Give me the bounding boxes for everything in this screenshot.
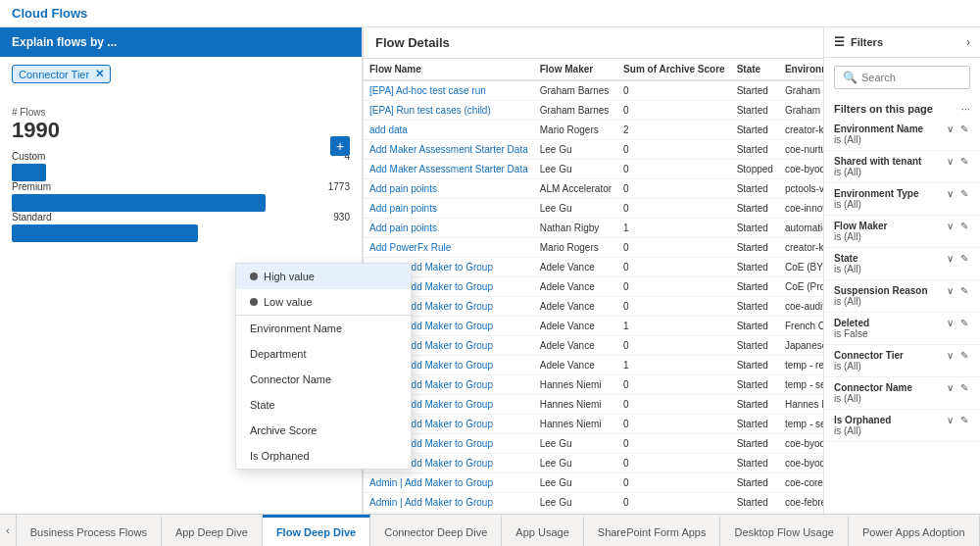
- table-row[interactable]: Add pain points ALM Accelerator 0 Starte…: [364, 179, 823, 199]
- dropdown-item-archive-score[interactable]: Archive Score: [236, 418, 411, 443]
- tabs-list: Business Process FlowsApp Deep DiveFlow …: [17, 515, 980, 546]
- tab-power-apps-adoption[interactable]: Power Apps Adoption: [849, 515, 980, 546]
- filter-edit-btn[interactable]: ✎: [958, 285, 970, 296]
- table-row[interactable]: Admin | Add Maker to Group Adele Vance 1…: [364, 317, 823, 336]
- table-row[interactable]: [EPA] Ad-hoc test case run Graham Barnes…: [364, 80, 823, 101]
- filter-edit-btn[interactable]: ✎: [958, 253, 970, 264]
- tab-business-process-flows[interactable]: Business Process Flows: [17, 515, 162, 546]
- bar-row-standard[interactable]: Standard 930: [12, 212, 350, 242]
- table-container[interactable]: Flow NameFlow MakerSum of Archive ScoreS…: [364, 59, 823, 514]
- table-row[interactable]: Admin | Add Maker to Group Lee Gu 0 Star…: [364, 493, 823, 513]
- table-row[interactable]: Admin | Add Maker to Group Adele Vance 0…: [364, 277, 823, 297]
- cell-state: Started: [731, 493, 779, 513]
- bottom-tabs: ‹ Business Process FlowsApp Deep DiveFlo…: [0, 514, 980, 546]
- table-row[interactable]: Admin | Add Maker to Group Adele Vance 1…: [364, 356, 823, 375]
- filter-expand-btn[interactable]: ∨: [945, 350, 956, 361]
- filter-expand-btn[interactable]: ∨: [945, 285, 956, 296]
- tab-nav-left[interactable]: ‹: [0, 515, 17, 546]
- dropdown-item-environment-name[interactable]: Environment Name: [236, 316, 411, 341]
- bar-track: [12, 194, 266, 212]
- filter-edit-btn[interactable]: ✎: [958, 221, 970, 231]
- dropdown-item-connector-name[interactable]: Connector Name: [236, 367, 411, 392]
- filter-expand-btn[interactable]: ∨: [945, 253, 956, 264]
- table-row[interactable]: Admin | Add Maker to Group Lee Gu 0 Star…: [364, 454, 823, 473]
- filter-edit-btn[interactable]: ✎: [958, 318, 970, 328]
- filter-edit-btn[interactable]: ✎: [958, 156, 970, 167]
- tab-app-usage[interactable]: App Usage: [502, 515, 583, 546]
- add-button[interactable]: +: [330, 136, 350, 156]
- filter-actions: ∨ ✎: [945, 188, 970, 199]
- table-row[interactable]: Admin | Add Maker to Group Hannes Niemi …: [364, 375, 823, 395]
- cell-flow-name: Add Maker Assessment Starter Data: [364, 140, 534, 160]
- dropdown-item-low-value[interactable]: Low value: [236, 289, 411, 315]
- table-row[interactable]: Add PowerFx Rule Mario Rogers 0 Started …: [364, 238, 823, 258]
- table-row[interactable]: Add Maker Assessment Starter Data Lee Gu…: [364, 160, 823, 179]
- cell-env-name: coe-auditlog-components-dev: [779, 297, 823, 317]
- filter-actions: ∨ ✎: [945, 253, 970, 264]
- table-header-sum-of-archive-score[interactable]: Sum of Archive Score: [617, 59, 731, 80]
- filter-edit-btn[interactable]: ✎: [958, 415, 970, 425]
- table-header-flow-name[interactable]: Flow Name: [364, 59, 534, 80]
- connector-tier-tag[interactable]: Connector Tier ✕: [12, 65, 111, 83]
- close-filter-icon[interactable]: ✕: [95, 68, 104, 80]
- tab-connector-deep-dive[interactable]: Connector Deep Dive: [370, 515, 502, 546]
- dropdown-item-department[interactable]: Department: [236, 341, 411, 367]
- table-row[interactable]: Admin | Add Maker to Group Lee Gu 0 Star…: [364, 434, 823, 454]
- tab-desktop-flow-usage[interactable]: Desktop Flow Usage: [720, 515, 849, 546]
- bar-row-custom[interactable]: Custom 4: [12, 151, 350, 181]
- table-row[interactable]: Admin | Add Maker to Group Hannes Niemi …: [364, 395, 823, 415]
- filter-actions: ∨ ✎: [945, 156, 970, 167]
- left-panel: Explain flows by ... Connector Tier ✕ + …: [0, 27, 363, 514]
- table-header-flow-maker[interactable]: Flow Maker: [534, 59, 617, 80]
- filters-title-text: Filters: [851, 36, 883, 48]
- filters-chevron-icon[interactable]: ›: [966, 35, 970, 49]
- filters-title: ☰ Filters: [834, 35, 883, 49]
- table-row[interactable]: [EPA] Run test cases (child) Graham Barn…: [364, 101, 823, 121]
- tab-sharepoint-form-apps[interactable]: SharePoint Form Apps: [584, 515, 721, 546]
- filter-edit-btn[interactable]: ✎: [958, 124, 970, 134]
- filter-expand-btn[interactable]: ∨: [945, 188, 956, 199]
- filter-expand-btn[interactable]: ∨: [945, 318, 956, 328]
- filter-item-connector-tier: Connector Tier is (All) ∨ ✎: [824, 345, 980, 377]
- filter-expand-btn[interactable]: ∨: [945, 382, 956, 393]
- table-row[interactable]: Admin | Add Maker to Group Adele Vance 0…: [364, 258, 823, 277]
- filters-more-icon[interactable]: ···: [961, 103, 970, 115]
- bar-row-premium[interactable]: Premium 1773: [12, 181, 350, 212]
- filter-expand-btn[interactable]: ∨: [945, 124, 956, 134]
- cell-flow-maker: Adele Vance: [534, 258, 617, 277]
- table-row[interactable]: Admin | Add Maker to Group Lee Gu 0 Star…: [364, 473, 823, 493]
- filter-expand-btn[interactable]: ∨: [945, 221, 956, 231]
- filter-value: is (All): [834, 393, 945, 404]
- table-header-state[interactable]: State: [731, 59, 779, 80]
- filter-expand-btn[interactable]: ∨: [945, 156, 956, 167]
- dropdown-item-is-orphaned[interactable]: Is Orphaned: [236, 443, 411, 469]
- table-row[interactable]: Admin | Add Maker to Group Hannes Niemi …: [364, 415, 823, 434]
- right-panel: Flow Details Flow NameFlow MakerSum of A…: [363, 27, 823, 514]
- search-box[interactable]: 🔍: [834, 66, 970, 89]
- filter-edit-btn[interactable]: ✎: [958, 188, 970, 199]
- table-row[interactable]: Admin | Add Maker to Group Adele Vance 0…: [364, 336, 823, 356]
- filter-edit-btn[interactable]: ✎: [958, 382, 970, 393]
- cell-archive-score: 0: [617, 375, 731, 395]
- dropdown-item-high-value[interactable]: High value: [236, 264, 411, 289]
- tab-flow-deep-dive[interactable]: Flow Deep Dive: [263, 515, 370, 546]
- filter-name: Connector Name: [834, 382, 945, 393]
- tab-app-deep-dive[interactable]: App Deep Dive: [162, 515, 263, 546]
- filter-item-suspension-reason: Suspension Reason is (All) ∨ ✎: [824, 280, 980, 313]
- cell-archive-score: 0: [617, 493, 731, 513]
- table-row[interactable]: Admin | Add Maker to Group Adele Vance 0…: [364, 297, 823, 317]
- table-row[interactable]: Add pain points Lee Gu 0 Started coe-inn…: [364, 199, 823, 219]
- cell-state: Started: [731, 375, 779, 395]
- table-row[interactable]: Add pain points Nathan Rigby 1 Started a…: [364, 219, 823, 238]
- table-row[interactable]: Admin | Add Maker to Group Lee Gu 0 Star…: [364, 513, 823, 515]
- table-header-environment-name[interactable]: Environment Name: [779, 59, 823, 80]
- table-row[interactable]: add data Mario Rogers 2 Started creator-…: [364, 121, 823, 140]
- cell-flow-maker: Lee Gu: [534, 454, 617, 473]
- cell-flow-maker: Lee Gu: [534, 473, 617, 493]
- cell-env-name: coe-nurture-components-dev: [779, 140, 823, 160]
- search-input[interactable]: [861, 72, 961, 83]
- dropdown-item-state[interactable]: State: [236, 392, 411, 418]
- table-row[interactable]: Add Maker Assessment Starter Data Lee Gu…: [364, 140, 823, 160]
- filter-edit-btn[interactable]: ✎: [958, 350, 970, 361]
- filter-expand-btn[interactable]: ∨: [945, 415, 956, 425]
